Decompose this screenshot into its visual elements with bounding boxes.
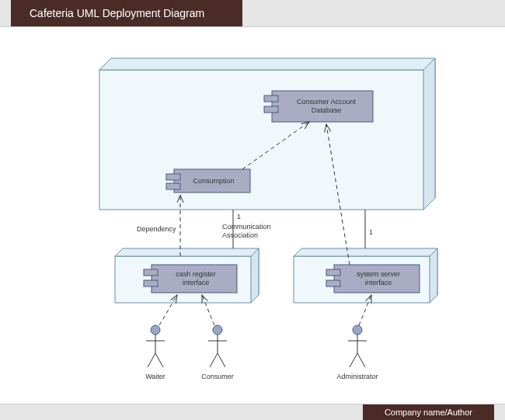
svg-text:Administrator: Administrator [336,373,378,380]
svg-line-35 [155,353,163,367]
node-main [99,58,435,210]
page-title: Cafeteria UML Deployment Diagram [11,0,242,26]
svg-rect-8 [166,183,180,189]
svg-line-47 [357,353,365,367]
svg-rect-7 [166,174,180,180]
svg-text:Consumer: Consumer [201,373,234,380]
svg-rect-14 [144,269,158,276]
svg-text:Consumption: Consumption [193,177,234,185]
svg-rect-4 [264,95,278,102]
consumer-db-line2: Database [312,106,342,114]
svg-marker-20 [430,248,437,303]
svg-marker-1 [99,58,435,70]
diagram-canvas: Consumer Account Database Consumption ca… [0,27,505,405]
actor-consumer: Consumer [201,325,234,380]
svg-text:interface: interface [183,279,210,286]
svg-rect-15 [144,280,158,286]
svg-line-40 [210,353,218,367]
svg-rect-23 [326,280,340,286]
svg-text:Communication: Communication [222,223,271,231]
consumer-db-line1: Consumer Account [297,98,357,106]
svg-point-43 [353,325,362,335]
svg-marker-12 [251,248,259,303]
actor-waiter: Waiter [145,325,165,380]
actor-admin: Administrator [336,325,378,380]
footer-text: Company name/Author [363,404,494,420]
svg-text:Association: Association [222,231,258,239]
svg-text:1: 1 [369,228,373,236]
svg-text:Dependency: Dependency [137,225,176,233]
uml-svg: Consumer Account Database Consumption ca… [0,27,505,405]
svg-text:interface: interface [365,279,392,286]
svg-rect-5 [264,106,278,113]
svg-marker-11 [115,248,259,256]
svg-line-46 [350,353,357,367]
svg-rect-22 [326,269,340,276]
header-bar: Cafeteria UML Deployment Diagram [0,0,505,27]
svg-point-37 [213,325,222,335]
svg-text:cash register: cash register [176,270,216,278]
svg-point-31 [151,325,160,335]
svg-line-34 [148,353,155,367]
svg-marker-0 [99,58,435,210]
footer-bar: Company name/Author [0,404,505,420]
component-consumer-db: Consumer Account Database [264,91,373,122]
svg-marker-2 [423,58,435,210]
svg-text:1: 1 [237,213,241,220]
svg-marker-19 [294,248,437,256]
node-cash-register: cash register interface [115,248,259,303]
svg-text:system server: system server [357,270,400,278]
svg-text:Waiter: Waiter [145,373,165,380]
node-system-server: system server interface [294,248,437,303]
component-consumption: Consumption [166,169,250,193]
svg-line-41 [218,353,225,367]
